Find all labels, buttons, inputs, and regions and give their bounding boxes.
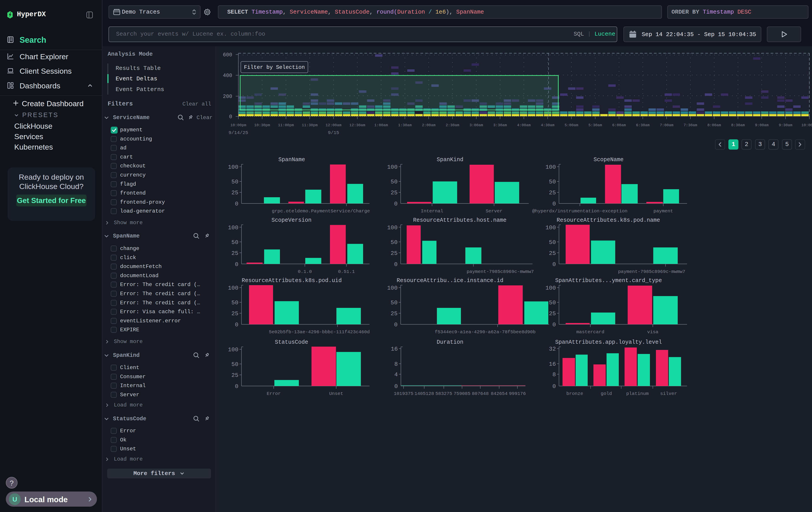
svg-text:7:30am: 7:30am <box>684 123 697 127</box>
svg-text:100: 100 <box>228 164 238 170</box>
svg-text:0: 0 <box>394 321 398 328</box>
svg-text:4:30am: 4:30am <box>541 123 554 127</box>
svg-text:0: 0 <box>552 200 556 207</box>
svg-text:100: 100 <box>387 164 398 170</box>
svg-text:999176: 999176 <box>509 391 526 396</box>
svg-text:0: 0 <box>235 200 238 207</box>
svg-text:@hyperdx/instrumentation-excep: @hyperdx/instrumentation-exception <box>532 209 628 214</box>
svg-text:12:30am: 12:30am <box>349 123 365 127</box>
svg-text:SpanName: SpanName <box>279 157 305 163</box>
svg-text:8:30am: 8:30am <box>731 123 745 127</box>
svg-text:11:30pm: 11:30pm <box>302 123 318 127</box>
svg-text:1:00am: 1:00am <box>374 123 388 127</box>
svg-text:100: 100 <box>228 285 238 291</box>
svg-text:50: 50 <box>549 299 556 306</box>
svg-text:50: 50 <box>231 361 238 368</box>
svg-text:7:00am: 7:00am <box>660 123 673 127</box>
svg-text:10:30pm: 10:30pm <box>254 123 270 127</box>
svg-text:25: 25 <box>549 189 556 196</box>
svg-text:842654: 842654 <box>491 391 508 396</box>
svg-text:2:30am: 2:30am <box>445 123 459 127</box>
svg-text:8: 8 <box>394 361 398 368</box>
svg-text:9:30am: 9:30am <box>779 123 792 127</box>
svg-text:4:00am: 4:00am <box>517 123 530 127</box>
svg-text:9/15: 9/15 <box>328 130 339 135</box>
svg-text:8:00am: 8:00am <box>707 123 721 127</box>
svg-text:25: 25 <box>549 310 556 317</box>
svg-text:5e02b5fb-13ae-4296-bbbc-111f42: 5e02b5fb-13ae-4296-bbbc-111f423c460d <box>269 329 370 334</box>
svg-text:0.1.0: 0.1.0 <box>298 269 312 274</box>
svg-text:StatusCode: StatusCode <box>275 339 308 346</box>
svg-text:SpanAttributes.app.loyalty.lev: SpanAttributes.app.loyalty.level <box>555 339 662 346</box>
svg-text:50: 50 <box>549 179 556 185</box>
svg-text:100: 100 <box>545 285 556 291</box>
svg-text:10:00am: 10:00am <box>801 123 812 127</box>
svg-text:5:00am: 5:00am <box>564 123 578 127</box>
svg-text:ScopeName: ScopeName <box>593 157 624 163</box>
svg-text:0: 0 <box>394 200 398 207</box>
svg-text:f5344ec9-a1ea-4290-a62a-78f5be: f5344ec9-a1ea-4290-a62a-78f5bee8d90b <box>435 329 535 334</box>
svg-text:1405128: 1405128 <box>414 391 434 396</box>
svg-text:3:30am: 3:30am <box>493 123 507 127</box>
svg-text:759085: 759085 <box>454 391 470 396</box>
svg-text:Internal: Internal <box>421 209 443 214</box>
svg-text:6:00am: 6:00am <box>612 123 626 127</box>
svg-text:bronze: bronze <box>566 391 583 396</box>
svg-text:Error: Error <box>267 391 281 396</box>
svg-text:0: 0 <box>394 383 398 390</box>
svg-text:100: 100 <box>545 164 556 170</box>
svg-text:1:30am: 1:30am <box>398 123 411 127</box>
svg-text:50: 50 <box>231 239 238 246</box>
svg-text:25: 25 <box>231 372 238 379</box>
svg-text:0.51.1: 0.51.1 <box>338 269 355 274</box>
svg-text:1019375: 1019375 <box>394 391 413 396</box>
svg-text:50: 50 <box>231 299 238 306</box>
svg-text:Duration: Duration <box>437 339 463 346</box>
svg-text:Server: Server <box>486 209 502 214</box>
svg-text:50: 50 <box>231 179 238 185</box>
svg-text:25: 25 <box>231 310 238 317</box>
svg-text:0: 0 <box>235 321 238 328</box>
svg-text:3:00am: 3:00am <box>469 123 483 127</box>
svg-text:50: 50 <box>391 239 398 246</box>
svg-text:12:00am: 12:00am <box>325 123 341 127</box>
svg-text:0: 0 <box>552 321 556 328</box>
svg-text:807648: 807648 <box>472 391 489 396</box>
svg-text:50: 50 <box>391 299 398 306</box>
svg-text:grpc.oteldemo.PaymentService/C: grpc.oteldemo.PaymentService/Charge <box>272 209 370 214</box>
svg-text:8: 8 <box>552 371 556 378</box>
svg-text:9:00am: 9:00am <box>755 123 768 127</box>
svg-text:platinum: platinum <box>626 391 649 396</box>
svg-text:100: 100 <box>228 346 238 353</box>
svg-text:SpanAttributes...yment.card_ty: SpanAttributes...yment.card_type <box>555 277 662 284</box>
svg-text:25: 25 <box>391 189 398 196</box>
svg-text:25: 25 <box>231 189 238 196</box>
svg-text:ResourceAttribu..ice.instance.: ResourceAttribu..ice.instance.id <box>397 277 503 284</box>
svg-text:583275: 583275 <box>435 391 452 396</box>
svg-text:16: 16 <box>549 361 556 368</box>
svg-text:ResourceAttributes.k8s.pod.uid: ResourceAttributes.k8s.pod.uid <box>242 277 342 284</box>
svg-text:6:30am: 6:30am <box>636 123 649 127</box>
svg-text:SpanKind: SpanKind <box>437 157 463 163</box>
svg-text:Unset: Unset <box>329 391 343 396</box>
svg-text:25: 25 <box>391 250 398 257</box>
svg-text:gold: gold <box>601 391 612 396</box>
svg-text:0: 0 <box>552 261 556 268</box>
svg-text:payment-7985c8969c-mwmw7: payment-7985c8969c-mwmw7 <box>618 269 685 274</box>
svg-text:0: 0 <box>552 383 556 390</box>
svg-text:100: 100 <box>387 285 398 291</box>
svg-text:visa: visa <box>647 329 658 334</box>
svg-text:5:30am: 5:30am <box>588 123 602 127</box>
svg-text:0: 0 <box>235 261 238 268</box>
svg-text:0: 0 <box>229 114 232 120</box>
svg-text:ResourceAttributes.k8s.pod.nam: ResourceAttributes.k8s.pod.name <box>556 217 660 223</box>
svg-text:200: 200 <box>223 94 232 100</box>
svg-text:100: 100 <box>387 224 398 231</box>
svg-text:25: 25 <box>549 250 556 257</box>
svg-text:silver: silver <box>660 391 677 396</box>
svg-text:9/14/25: 9/14/25 <box>229 130 248 135</box>
svg-text:100: 100 <box>545 224 556 231</box>
svg-text:16: 16 <box>391 346 398 352</box>
svg-text:25: 25 <box>231 250 238 257</box>
svg-text:ScopeVersion: ScopeVersion <box>271 217 312 223</box>
